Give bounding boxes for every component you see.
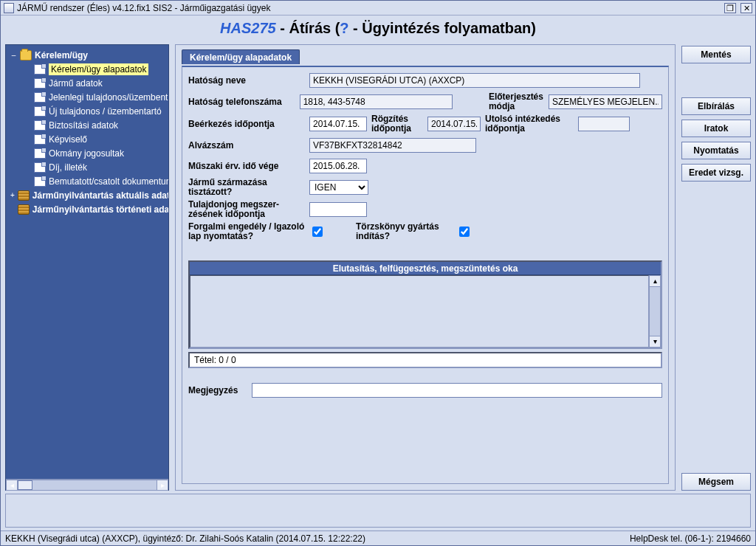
nav-tree: – Kérelem/ügy Kérelem/ügy alapadatok Jár… [5, 44, 169, 491]
tree-item-jelenlegi[interactable]: Jelenlegi tulajdonos/üzembentartó [6, 90, 168, 104]
stack-icon [18, 190, 30, 201]
tree-item-biztositas[interactable]: Biztosítási adatok [6, 118, 168, 132]
document-icon [34, 162, 46, 173]
reason-v-scrollbar[interactable]: ▴ ▾ [649, 275, 661, 348]
maximize-button[interactable]: ❐ [724, 3, 736, 13]
label-utolso: Utolsó intézkedés időpontja [485, 114, 574, 134]
tree-item-nyilv-aktualis[interactable]: + Járműnyilvántartás aktuális adatai [6, 188, 168, 202]
reason-counter: Tétel: 0 / 0 [188, 352, 662, 368]
reason-header: Elutasítás, felfüggesztés, megszüntetés … [190, 262, 661, 275]
label-szarmazas: Jármű származása tisztázott? [188, 178, 305, 197]
document-icon [34, 176, 46, 187]
select-szarmazas[interactable]: IGEN [309, 180, 368, 195]
tab-alapadatok[interactable]: Kérelem/ügy alapadatok [182, 49, 300, 64]
scroll-right-icon[interactable]: ▸ [157, 480, 168, 491]
tree-item-alapadatok[interactable]: Kérelem/ügy alapadatok [6, 62, 168, 76]
document-icon [34, 78, 46, 89]
tree-item-nyilv-torteneti[interactable]: + Járműnyilvántartás történeti adatai [6, 202, 168, 216]
label-torzskonyv: Törzskönyv gyártás indítás? [356, 222, 452, 241]
case-code: HAS275 [220, 20, 276, 36]
eredet-button[interactable]: Eredet vizsg. [681, 164, 751, 182]
label-megjegyzes: Megjegyzés [188, 386, 247, 395]
tree-h-scrollbar[interactable]: ◂ ▸ [6, 479, 168, 491]
field-megjegyzes[interactable] [252, 383, 662, 398]
scroll-left-icon[interactable]: ◂ [6, 480, 18, 491]
tree-item-jarmu[interactable]: Jármű adatok [6, 76, 168, 90]
label-hatosag-tel: Hatóság telefonszáma [188, 97, 295, 107]
action-buttons: Mentés Elbírálás Iratok Nyomtatás Eredet… [681, 44, 751, 491]
tree-item-kepviselo[interactable]: Képviselő [6, 132, 168, 146]
window-title: JÁRMŰ rendszer (Éles) v4.12.fix1 SIS2 - … [17, 3, 720, 13]
reason-list[interactable] [190, 275, 649, 348]
save-button[interactable]: Mentés [681, 46, 751, 63]
field-muszaki[interactable] [309, 159, 367, 173]
field-eloterjesztes[interactable] [549, 94, 662, 109]
status-bar: KEKKH (Visegrádi utca) (AXXCP), ügyintéz… [1, 531, 755, 545]
field-alvazszam[interactable] [309, 138, 476, 153]
bottom-panel [5, 494, 751, 528]
scroll-down-icon[interactable]: ▾ [649, 336, 661, 348]
scroll-track[interactable] [649, 287, 661, 336]
field-rogzites[interactable] [427, 117, 481, 131]
checkbox-torzskonyv[interactable] [459, 227, 470, 237]
form-body: Hatóság neve Hatóság telefonszáma Előter… [182, 66, 669, 484]
tree-root-kerelem[interactable]: – Kérelem/ügy [6, 48, 168, 62]
field-hatosag-neve[interactable] [309, 73, 640, 88]
folder-icon [20, 50, 32, 61]
field-tulajdonjog[interactable] [309, 202, 367, 217]
document-icon [34, 148, 46, 159]
reason-panel: Elutasítás, felfüggesztés, megszüntetés … [188, 260, 662, 349]
label-rogzites: Rögzítés időpontja [371, 114, 423, 134]
tab-strip: Kérelem/ügy alapadatok [182, 49, 669, 64]
field-utolso[interactable] [578, 117, 630, 131]
titlebar: JÁRMŰ rendszer (Éles) v4.12.fix1 SIS2 - … [1, 1, 755, 15]
document-icon [34, 120, 46, 131]
close-button[interactable]: ✕ [740, 3, 752, 13]
label-forgalmi: Forgalmi engedély / Igazoló lap nyomtatá… [188, 222, 305, 241]
document-icon [34, 106, 46, 117]
label-beerkezes: Beérkezés időpontja [188, 120, 305, 129]
label-tulajdonjog: Tulajdonjog megszer-zésének időpontja [188, 200, 305, 219]
tree-item-dokumentumok[interactable]: Bemutatott/csatolt dokumentumok [6, 174, 168, 188]
document-icon [34, 134, 46, 145]
status-right: HelpDesk tel. (06-1-): 2194660 [630, 533, 751, 544]
stack-icon [18, 204, 30, 215]
body: – Kérelem/ügy Kérelem/ügy alapadatok Jár… [1, 44, 755, 491]
tree-item-okmany[interactable]: Okmány jogosultak [6, 146, 168, 160]
scroll-up-icon[interactable]: ▴ [649, 275, 661, 287]
elbiralas-button[interactable]: Elbírálás [681, 97, 751, 115]
status-left: KEKKH (Visegrádi utca) (AXXCP), ügyintéz… [5, 533, 365, 544]
tree-item-dij[interactable]: Díj, illeték [6, 160, 168, 174]
field-beerkezes[interactable] [309, 117, 367, 131]
label-eloterjesztes: Előterjesztés módja [489, 92, 544, 111]
iratok-button[interactable]: Iratok [681, 120, 751, 137]
cancel-button[interactable]: Mégsem [681, 473, 751, 491]
system-menu-icon[interactable] [4, 3, 14, 13]
nav-tree-scroll[interactable]: – Kérelem/ügy Kérelem/ügy alapadatok Jár… [6, 45, 168, 479]
collapse-icon[interactable]: – [10, 51, 17, 59]
page-header: HAS275 - Átírás (? - Ügyintézés folyamat… [1, 15, 755, 44]
app-window: JÁRMŰ rendszer (Éles) v4.12.fix1 SIS2 - … [0, 0, 756, 546]
label-alvazszam: Alvázszám [188, 141, 305, 151]
scroll-track[interactable] [18, 480, 157, 491]
label-hatosag-neve: Hatóság neve [188, 76, 305, 86]
document-icon [34, 64, 46, 75]
form-panel: Kérelem/ügy alapadatok Hatóság neve Ható… [175, 44, 676, 491]
nyomtatas-button[interactable]: Nyomtatás [681, 142, 751, 159]
checkbox-forgalmi[interactable] [312, 227, 323, 237]
help-question-icon[interactable]: ? [340, 20, 348, 36]
tree-item-uj[interactable]: Új tulajdonos / üzembentartó [6, 104, 168, 118]
scroll-thumb[interactable] [18, 480, 32, 490]
expand-icon[interactable]: + [10, 191, 15, 199]
field-hatosag-tel[interactable] [300, 94, 453, 109]
document-icon [34, 92, 46, 103]
label-muszaki: Műszaki érv. idő vége [188, 162, 305, 171]
